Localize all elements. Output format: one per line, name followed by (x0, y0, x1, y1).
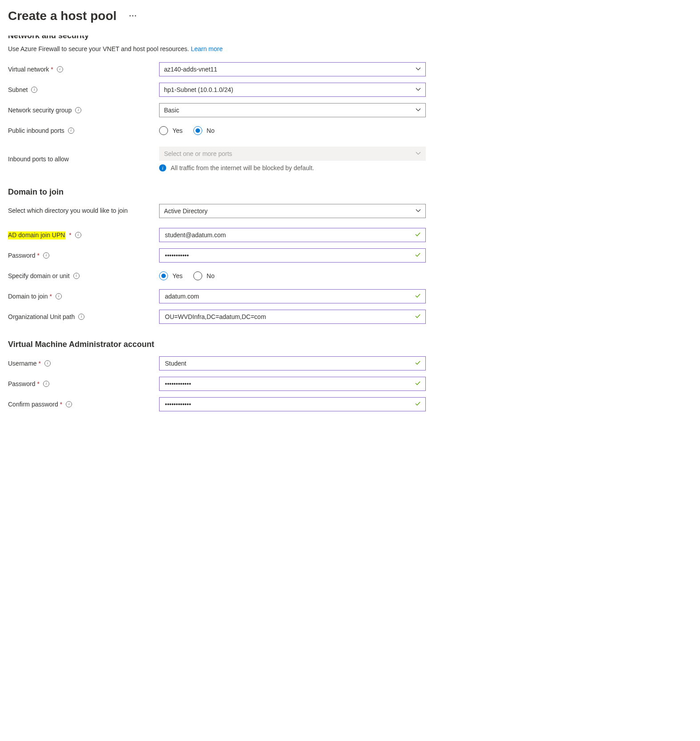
vmadmin-cpw-input[interactable] (159, 397, 426, 411)
page-title: Create a host pool ··· (8, 9, 436, 23)
info-icon[interactable]: i (56, 293, 62, 299)
spec-radio-group: Yes No (159, 271, 426, 280)
spec-yes-radio[interactable]: Yes (159, 271, 183, 280)
ou-label: Organizational Unit path i (8, 313, 159, 321)
learn-more-link[interactable]: Learn more (191, 45, 223, 52)
upn-label: AD domain join UPN * i (8, 231, 159, 239)
spec-no-radio[interactable]: No (193, 271, 215, 280)
check-icon (415, 252, 421, 259)
chevron-down-icon (416, 86, 421, 93)
vmadmin-heading: Virtual Machine Administrator account (8, 340, 436, 349)
subnet-label: Subnet i (8, 86, 159, 94)
subnet-select[interactable]: hp1-Subnet (10.0.1.0/24) (159, 83, 426, 97)
spec-label: Specify domain or unit i (8, 272, 159, 280)
pip-radio-group: Yes No (159, 126, 426, 135)
info-icon[interactable]: i (75, 107, 81, 113)
info-icon: i (159, 164, 166, 171)
pip-label: Public inbound ports i (8, 127, 159, 135)
check-icon (415, 401, 421, 408)
info-icon[interactable]: i (57, 66, 63, 72)
info-icon[interactable]: i (31, 87, 37, 93)
dir-label: Select which directory you would like to… (8, 204, 159, 215)
check-icon (415, 231, 421, 239)
check-icon (415, 360, 421, 367)
inbound-select: Select one or more ports (159, 147, 426, 161)
chevron-down-icon (416, 207, 421, 215)
check-icon (415, 293, 421, 300)
chevron-down-icon (416, 107, 421, 114)
info-icon[interactable]: i (66, 401, 72, 407)
inbound-info-banner: i All traffic from the internet will be … (159, 164, 426, 171)
directory-select[interactable]: Active Directory (159, 204, 426, 218)
vmadmin-cpw-label: Confirm password* i (8, 400, 159, 409)
info-icon[interactable]: i (75, 232, 81, 238)
djoin-label: Domain to join* i (8, 292, 159, 301)
chevron-down-icon (416, 66, 421, 73)
vmadmin-user-input[interactable] (159, 356, 426, 370)
nsg-label: Network security group i (8, 106, 159, 115)
pip-no-radio[interactable]: No (193, 126, 215, 135)
vmadmin-pw-label: Password* i (8, 380, 159, 388)
vmadmin-pw-input[interactable] (159, 377, 426, 391)
ou-input[interactable] (159, 310, 426, 324)
domain-heading: Domain to join (8, 187, 436, 197)
vnet-label: Virtual network* i (8, 65, 159, 74)
domain-pw-label: Password* i (8, 251, 159, 260)
info-icon[interactable]: i (73, 273, 80, 279)
chevron-down-icon (416, 150, 421, 157)
pip-yes-radio[interactable]: Yes (159, 126, 183, 135)
vnet-select[interactable]: az140-adds-vnet11 (159, 62, 426, 76)
more-button[interactable]: ··· (129, 12, 137, 21)
check-icon (415, 380, 421, 388)
network-description: Use Azure Firewall to secure your VNET a… (8, 45, 436, 52)
upn-input[interactable] (159, 228, 426, 242)
domain-pw-input[interactable] (159, 248, 426, 263)
info-icon[interactable]: i (43, 381, 49, 387)
vmadmin-user-label: Username* i (8, 359, 159, 368)
check-icon (415, 313, 421, 321)
djoin-input[interactable] (159, 289, 426, 303)
info-icon[interactable]: i (68, 127, 74, 134)
inbound-label: Inbound ports to allow (8, 155, 159, 163)
info-icon[interactable]: i (43, 252, 49, 259)
section-heading-network-cutoff: Network and security (8, 36, 436, 41)
info-icon[interactable]: i (44, 360, 51, 367)
info-icon[interactable]: i (78, 314, 84, 320)
nsg-select[interactable]: Basic (159, 103, 426, 117)
